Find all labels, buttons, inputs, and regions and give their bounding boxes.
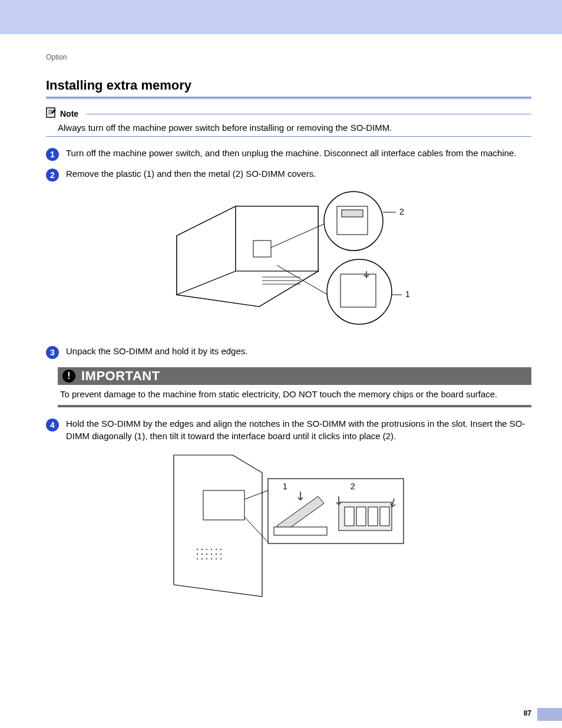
bullet-text: 3 [50,348,55,357]
svg-point-39 [220,558,222,559]
svg-point-35 [201,558,203,559]
svg-point-32 [216,554,217,555]
svg-point-34 [197,558,198,559]
svg-point-28 [197,554,198,555]
svg-point-24 [206,549,207,550]
note-label: Note [60,109,78,118]
note-end-rule [46,136,531,137]
bullet-text: 2 [50,170,55,180]
step-text: Turn off the machine power switch, and t… [66,147,517,161]
note-icon [46,107,57,120]
svg-point-33 [220,554,222,555]
note-header: Note [46,107,531,120]
steps-list: 1 Turn off the machine power switch, and… [46,147,531,602]
svg-rect-14 [342,210,363,217]
svg-marker-6 [236,206,318,271]
svg-point-36 [206,558,207,559]
header-band [0,0,562,34]
fig1-callout-1: 1 [405,289,410,299]
step-text: Hold the SO-DIMM by the edges and align … [66,418,531,442]
figure-sodimm-install: 1 2 [162,449,415,602]
svg-point-31 [211,554,212,555]
svg-point-25 [211,549,212,550]
svg-point-23 [201,549,203,550]
page-number: 87 [524,709,531,717]
svg-rect-48 [368,507,378,526]
svg-rect-49 [380,507,389,526]
title-underline [46,97,531,99]
svg-point-29 [201,554,203,555]
step-bullet: 1 [46,148,59,161]
page-content: Option Installing extra memory Note Alwa… [0,34,562,728]
note-rule [87,114,531,114]
step-text: Unpack the SO-DIMM and hold it by its ed… [66,345,247,359]
svg-point-30 [206,554,207,555]
fig2-callout-2: 2 [351,482,355,491]
svg-rect-44 [274,527,327,535]
step-1: 1 Turn off the machine power switch, and… [46,147,531,161]
note-text: Always turn off the machine power switch… [58,123,531,133]
step-bullet: 3 [46,346,59,359]
step-3: 3 Unpack the SO-DIMM and hold it by its … [46,345,531,359]
bullet-text: 1 [50,150,55,159]
note-block: Note Always turn off the machine power s… [46,107,531,137]
important-icon: ! [62,370,75,383]
svg-point-37 [211,558,212,559]
page-title: Installing extra memory [46,78,531,93]
svg-rect-18 [340,274,376,307]
important-header: ! IMPORTANT [58,367,531,385]
svg-rect-47 [356,507,366,526]
svg-point-38 [216,558,217,559]
svg-rect-21 [203,490,244,520]
step-text: Remove the plastic (1) and then the meta… [66,168,316,182]
page-number-accent [537,708,562,721]
svg-point-27 [220,549,222,550]
bullet-text: 4 [50,420,55,430]
step-2: 2 Remove the plastic (1) and then the me… [46,168,531,182]
svg-point-26 [216,549,217,550]
svg-rect-8 [253,241,271,257]
figure-printer-covers: 2 1 [153,189,424,336]
important-callout: ! IMPORTANT To prevent damage to the mac… [58,367,531,407]
important-text: To prevent damage to the machine from st… [58,385,531,407]
svg-rect-46 [345,507,354,526]
step-bullet: 2 [46,169,59,182]
svg-point-22 [197,549,198,550]
fig2-callout-1: 1 [283,482,287,491]
step-4: 4 Hold the SO-DIMM by the edges and alig… [46,418,531,442]
section-label: Option [46,53,531,61]
step-bullet: 4 [46,419,59,431]
fig1-callout-2: 2 [399,207,404,216]
important-label: IMPORTANT [81,368,160,384]
